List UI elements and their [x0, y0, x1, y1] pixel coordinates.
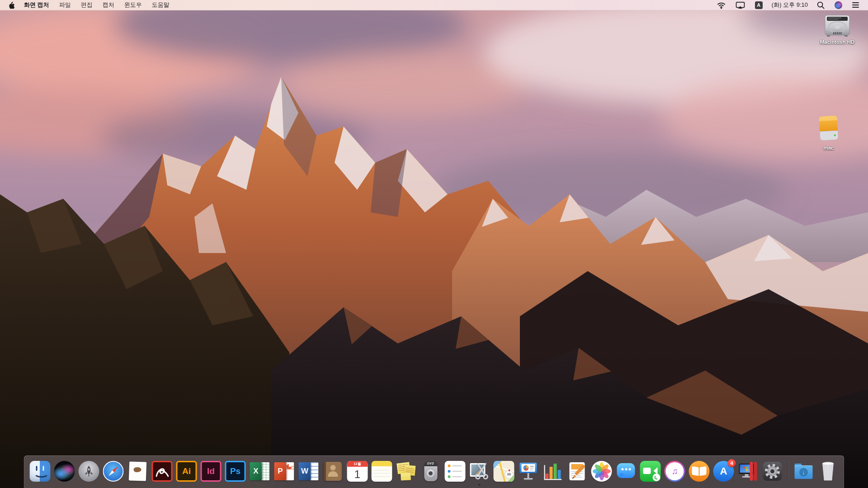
spotlight-menu-extra[interactable]: [813, 0, 828, 10]
dock-icon-adobe-indesign[interactable]: Id: [201, 461, 222, 482]
dock-icon-adobe-acrobat[interactable]: [152, 461, 173, 482]
dock-icon-siri[interactable]: [54, 461, 75, 482]
dock-icon-numbers[interactable]: [542, 461, 563, 482]
music-note-icon: ♫: [666, 462, 684, 480]
apple-logo-icon: [8, 1, 14, 9]
desktop-icon-external-drive-mac[interactable]: mac: [808, 114, 849, 150]
dock-icon-safari[interactable]: [103, 461, 124, 482]
wifi-menu-extra[interactable]: [713, 0, 729, 10]
dock-icon-calendar[interactable]: 11월 1: [347, 461, 368, 482]
app-store-logo-text: A: [720, 465, 727, 477]
app-store-notification-badge: 4: [728, 459, 736, 467]
wifi-icon: [717, 1, 726, 9]
pages-document-icon: [567, 461, 588, 482]
search-icon: [817, 1, 825, 9]
rocket-icon: [82, 465, 96, 478]
indesign-logo-text: Id: [207, 466, 215, 476]
airplay-display-icon: [736, 1, 745, 9]
dock-icon-finder[interactable]: [30, 461, 51, 482]
dock-icon-dvd-player[interactable]: DVD: [420, 461, 441, 482]
excel-logo-text: X: [250, 462, 262, 480]
desktop-icon-label: mac: [823, 145, 834, 150]
stamp-icon: [129, 461, 146, 481]
menu-help[interactable]: 도움말: [147, 0, 175, 10]
bar-chart-icon: [542, 461, 563, 482]
reminders-list-icon: [445, 461, 466, 482]
speech-bubble-icon: [617, 463, 635, 478]
apple-menu[interactable]: [5, 0, 19, 10]
download-arrow-icon: ↓: [799, 468, 808, 477]
external-drive-icon: [815, 114, 843, 144]
typing-dots: [616, 468, 637, 470]
dock-icon-maps[interactable]: 3D: [494, 461, 514, 482]
dock-icon-ibooks[interactable]: [689, 461, 710, 482]
menu-window[interactable]: 윈도우: [119, 0, 147, 10]
dock-icon-grab-screen-capture[interactable]: [469, 461, 490, 482]
parallels-imac-icon: [738, 461, 759, 482]
siri-menu-extra[interactable]: [831, 0, 846, 10]
dock-icon-word[interactable]: W: [298, 461, 319, 482]
menu-bar-left: 화면 캡처 파일 편집 캡처 윈도우 도움말: [5, 0, 175, 10]
app-menu-title[interactable]: 화면 캡처: [19, 0, 54, 10]
dock-icon-facetime[interactable]: [640, 461, 661, 482]
dock-icon-notes[interactable]: [372, 461, 392, 482]
dock-icon-reminders[interactable]: [445, 461, 466, 482]
dock-icon-stickies[interactable]: [396, 461, 417, 482]
dock-separator: [788, 460, 788, 483]
dock-icon-app-store[interactable]: A 4: [713, 461, 734, 482]
dock-icon-mail[interactable]: [127, 461, 148, 482]
menu-edit[interactable]: 편집: [76, 0, 98, 10]
input-source-menu-extra[interactable]: A: [751, 0, 766, 10]
dock-icon-system-preferences[interactable]: [762, 461, 783, 482]
dock-icon-adobe-photoshop[interactable]: Ps: [225, 461, 246, 482]
dock-icon-parallels-desktop[interactable]: [738, 461, 759, 482]
dock-icon-launchpad[interactable]: [79, 461, 99, 482]
desktop-icon-macintosh-hd[interactable]: Macintosh HD: [810, 14, 864, 45]
scissors-icon: [474, 462, 490, 480]
dock-icon-photos[interactable]: [591, 461, 612, 482]
notification-center-icon: [852, 2, 859, 8]
sierra-mountain-wallpaper: [0, 0, 868, 488]
dock-icon-powerpoint[interactable]: P: [274, 461, 295, 482]
dvd-label-text: DVD: [424, 462, 437, 465]
dock-icon-trash[interactable]: [818, 461, 839, 482]
dock-icon-keynote[interactable]: [518, 461, 539, 482]
acrobat-loop-icon: [155, 465, 170, 478]
open-book-icon: [692, 466, 699, 476]
gear-icon: [762, 461, 783, 482]
dock-icon-pages[interactable]: [567, 461, 588, 482]
menu-file[interactable]: 파일: [54, 0, 76, 10]
dvd-remote-icon: DVD: [424, 461, 437, 481]
powerpoint-logo-text: P: [274, 462, 287, 480]
dock: Ai Id Ps X P W 11월 1: [24, 455, 844, 488]
desktop-wallpaper: [0, 0, 868, 488]
dock-icon-adobe-illustrator[interactable]: Ai: [176, 461, 197, 482]
input-source-icon: A: [755, 1, 763, 9]
calendar-day: 1: [347, 467, 368, 482]
menu-capture[interactable]: 캡처: [98, 0, 119, 10]
menu-bar: 화면 캡처 파일 편집 캡처 윈도우 도움말: [0, 0, 868, 10]
calendar-month: 11월: [347, 461, 368, 467]
desktop: 화면 캡처 파일 편집 캡처 윈도우 도움말: [0, 0, 868, 488]
word-logo-text: W: [299, 462, 311, 480]
dock-icon-downloads-folder[interactable]: ↓: [793, 461, 814, 482]
desktop-icon-label: Macintosh HD: [820, 39, 855, 45]
phone-handset-icon: [653, 474, 660, 481]
sticky-note: [401, 473, 411, 480]
menu-bar-clock[interactable]: (화) 오후 9:10: [769, 1, 811, 9]
dock-icon-excel[interactable]: X: [250, 461, 270, 482]
dock-icon-messages[interactable]: [616, 461, 637, 482]
menu-bar-status: A (화) 오후 9:10: [713, 0, 863, 10]
photoshop-logo-text: Ps: [230, 466, 241, 476]
siri-icon: [835, 1, 842, 9]
dock-icon-contacts[interactable]: [323, 461, 344, 482]
illustrator-logo-text: Ai: [182, 466, 191, 476]
trash-basket-icon: [818, 460, 839, 482]
compass-icon: [103, 461, 124, 482]
maps-3d-badge: 3D: [505, 470, 513, 478]
address-book-icon: [324, 462, 342, 481]
display-mirroring-menu-extra[interactable]: [732, 0, 749, 10]
dock-icon-itunes[interactable]: ♫: [665, 461, 685, 482]
notification-center-menu-extra[interactable]: [849, 0, 863, 10]
internal-drive-icon: [822, 14, 852, 38]
